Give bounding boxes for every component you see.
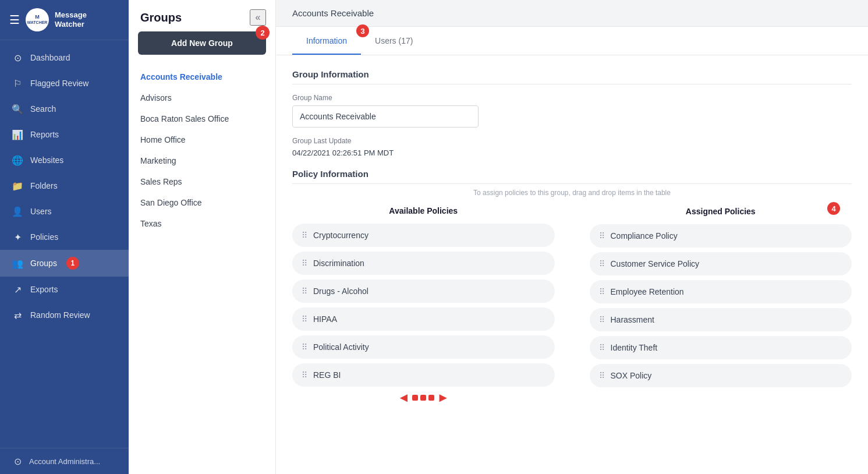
sidebar-item-folders[interactable]: 📁 Folders: [0, 173, 129, 199]
groups-panel: Groups « Add New Group 2 Accounts Receiv…: [129, 0, 276, 474]
groups-icon: 👥: [12, 257, 23, 269]
drag-handle-icon: ⠿: [599, 231, 605, 240]
sidebar-item-label: Search: [30, 104, 56, 114]
group-item-advisors[interactable]: Advisors: [129, 87, 275, 108]
sidebar: ☰ M WATCHER MessageWatcher ⊙ Dashboard ⚐…: [0, 0, 129, 474]
sidebar-item-label: Dashboard: [30, 53, 70, 62]
group-item-boca-raton[interactable]: Boca Raton Sales Office: [129, 108, 275, 129]
drag-handle-icon: ⠿: [302, 370, 307, 380]
sidebar-item-exports[interactable]: ↗ Exports: [0, 277, 129, 302]
available-policies-header: Available Policies: [292, 206, 555, 215]
add-new-group-button[interactable]: Add New Group 2: [138, 31, 266, 55]
group-item-texas[interactable]: Texas: [129, 213, 275, 234]
drag-handle-icon: ⠿: [302, 314, 307, 324]
hamburger-icon[interactable]: ☰: [9, 13, 20, 27]
sidebar-item-label: Policies: [30, 232, 58, 242]
drag-handle-icon: ⠿: [302, 286, 307, 296]
policy-item-cryptocurrency[interactable]: ⠿ Cryptocurrency: [292, 224, 555, 247]
main-content: Accounts Receivable Information 3 Users …: [276, 0, 868, 474]
policy-item-harassment[interactable]: ⠿ Harassment: [590, 308, 852, 331]
assigned-policies-col: Assigned Policies 4 ⠿ Compliance Policy …: [590, 206, 852, 404]
scroll-dots: [412, 395, 434, 401]
collapse-panel-button[interactable]: «: [250, 9, 266, 26]
app-name: MessageWatcher: [55, 10, 87, 29]
tabs-bar: Information 3 Users (17): [276, 27, 868, 55]
step-2-badge: 2: [256, 26, 270, 40]
drag-handle-icon: ⠿: [599, 343, 605, 352]
drag-hint: To assign policies to this group, drag a…: [292, 189, 852, 197]
sidebar-item-label: Groups: [30, 259, 57, 268]
drag-handle-icon: ⠿: [599, 287, 605, 296]
group-name-input[interactable]: [292, 105, 479, 128]
group-item-home-office[interactable]: Home Office: [129, 129, 275, 150]
sidebar-item-label: Flagged Review: [30, 79, 88, 88]
dashboard-icon: ⊙: [12, 52, 23, 63]
available-policies-col: Available Policies ⠿ Cryptocurrency ⠿ Di…: [292, 206, 555, 404]
tab-users[interactable]: Users (17): [361, 27, 427, 55]
scroll-right-arrow[interactable]: ►: [437, 391, 449, 404]
main-scroll-area[interactable]: Group Information Group Name Group Last …: [276, 55, 868, 474]
group-name-label: Group Name: [292, 94, 852, 102]
main-header-title: Accounts Receivable: [292, 8, 374, 18]
tab-information[interactable]: Information 3: [292, 27, 361, 55]
sidebar-item-policies[interactable]: ✦ Policies: [0, 224, 129, 250]
group-item-sales-reps[interactable]: Sales Reps: [129, 171, 275, 192]
sidebar-nav: ⊙ Dashboard ⚐ Flagged Review 🔍 Search 📊 …: [0, 40, 129, 448]
groups-list: Accounts Receivable Advisors Boca Raton …: [129, 64, 275, 474]
sidebar-item-users[interactable]: 👤 Users: [0, 199, 129, 224]
sidebar-item-random-review[interactable]: ⇄ Random Review: [0, 302, 129, 328]
websites-icon: 🌐: [12, 154, 23, 166]
assigned-policies-header: Assigned Policies 4: [590, 207, 852, 216]
scroll-arrows: ◄ ►: [292, 391, 555, 404]
drag-handle-icon: ⠿: [302, 342, 307, 352]
group-item-accounts-receivable[interactable]: Accounts Receivable: [129, 66, 275, 87]
group-item-san-diego[interactable]: San Diego Office: [129, 192, 275, 213]
sidebar-item-dashboard[interactable]: ⊙ Dashboard: [0, 45, 129, 70]
policy-item-employee-retention[interactable]: ⠿ Employee Retention: [590, 280, 852, 303]
groups-badge: 1: [66, 257, 79, 270]
policy-item-discrimination[interactable]: ⠿ Discrimination: [292, 252, 555, 275]
step-4-badge: 4: [827, 202, 840, 215]
group-last-update-label: Group Last Update: [292, 137, 852, 145]
policy-item-reg-bi[interactable]: ⠿ REG BI: [292, 363, 555, 387]
policies-icon: ✦: [12, 231, 23, 243]
random-review-icon: ⇄: [12, 309, 23, 321]
exports-icon: ↗: [12, 284, 23, 295]
policy-item-compliance-policy[interactable]: ⠿ Compliance Policy: [590, 224, 852, 247]
sidebar-item-flagged-review[interactable]: ⚐ Flagged Review: [0, 70, 129, 96]
policies-grid: Available Policies ⠿ Cryptocurrency ⠿ Di…: [292, 206, 852, 404]
sidebar-header: ☰ M WATCHER MessageWatcher: [0, 0, 129, 40]
folders-icon: 📁: [12, 180, 23, 192]
drag-handle-icon: ⠿: [302, 259, 307, 268]
groups-panel-title: Groups: [140, 11, 182, 24]
scroll-dot-1: [412, 395, 418, 401]
policy-item-customer-service[interactable]: ⠿ Customer Service Policy: [590, 252, 852, 275]
logo-text: M WATCHER: [27, 15, 48, 25]
drag-handle-icon: ⠿: [599, 315, 605, 324]
groups-panel-header: Groups «: [129, 0, 275, 31]
search-icon: 🔍: [12, 103, 23, 115]
sidebar-item-label: Exports: [30, 285, 58, 294]
sidebar-item-groups[interactable]: 👥 Groups 1: [0, 250, 129, 277]
account-admin-label: Account Administra...: [29, 457, 100, 466]
sidebar-item-search[interactable]: 🔍 Search: [0, 96, 129, 122]
group-last-update-value: 04/22/2021 02:26:51 PM MDT: [292, 148, 852, 157]
policy-item-drugs-alcohol[interactable]: ⠿ Drugs - Alcohol: [292, 280, 555, 303]
sidebar-item-websites[interactable]: 🌐 Websites: [0, 147, 129, 173]
policy-item-identity-theft[interactable]: ⠿ Identity Theft: [590, 336, 852, 359]
scroll-dot-3: [428, 395, 434, 401]
drag-handle-icon: ⠿: [599, 259, 605, 268]
policy-item-sox-policy[interactable]: ⠿ SOX Policy: [590, 364, 852, 387]
policy-item-political-activity[interactable]: ⠿ Political Activity: [292, 335, 555, 359]
scroll-dot-2: [420, 395, 426, 401]
reports-icon: 📊: [12, 129, 23, 140]
policy-info-section-title: Policy Information: [292, 169, 852, 184]
account-admin-item[interactable]: ⊙ Account Administra...: [0, 448, 129, 474]
scroll-left-arrow[interactable]: ◄: [397, 391, 410, 404]
drag-handle-icon: ⠿: [599, 371, 605, 380]
sidebar-item-label: Users: [30, 207, 52, 216]
sidebar-item-reports[interactable]: 📊 Reports: [0, 122, 129, 147]
policy-item-hipaa[interactable]: ⠿ HIPAA: [292, 307, 555, 331]
sidebar-item-label: Folders: [30, 181, 58, 190]
group-item-marketing[interactable]: Marketing: [129, 150, 275, 171]
